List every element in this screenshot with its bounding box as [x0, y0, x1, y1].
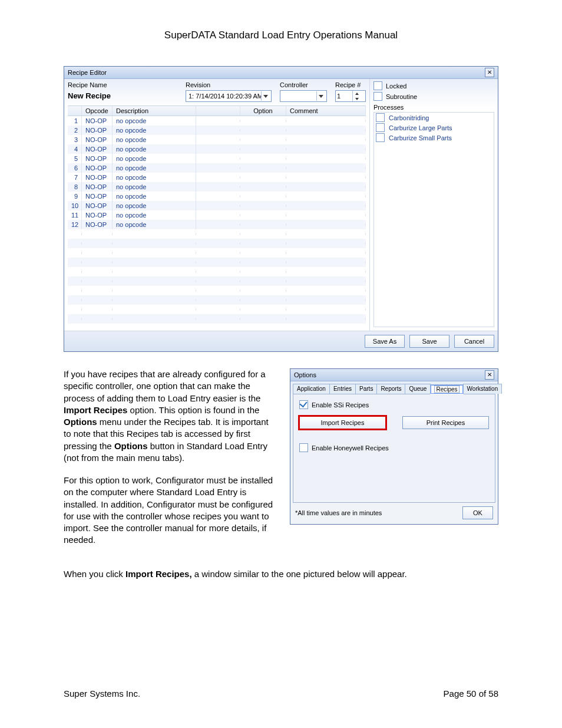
process-item[interactable]: Carburize Large Parts: [374, 123, 494, 133]
footer-company: Super Systems Inc.: [64, 689, 140, 699]
table-row: [68, 258, 366, 267]
recipe-name-label: Recipe Name: [68, 81, 177, 88]
close-icon[interactable]: ✕: [485, 370, 494, 380]
table-row: [68, 248, 366, 258]
cancel-button[interactable]: Cancel: [454, 335, 494, 348]
table-row: [68, 286, 366, 295]
enable-ssi-checkbox[interactable]: Enable SSi Recipes: [299, 400, 489, 409]
tab-application[interactable]: Application: [293, 384, 330, 394]
import-recipes-button[interactable]: Import Recipes: [299, 416, 386, 429]
revision-dropdown[interactable]: 1: 7/14/2014 10:20:39 AM: [186, 90, 272, 102]
recipe-editor-window: Recipe Editor ✕ Recipe Name New Recipe R…: [64, 66, 498, 352]
table-row: [68, 229, 366, 239]
recipe-num-input[interactable]: [336, 93, 352, 100]
tab-recipes[interactable]: Recipes: [430, 384, 463, 394]
table-row: [68, 295, 366, 305]
col-comment: Comment: [286, 106, 366, 116]
close-icon[interactable]: ✕: [485, 68, 494, 77]
recipe-editor-title: Recipe Editor: [68, 69, 107, 76]
table-row: [68, 305, 366, 314]
chevron-down-icon[interactable]: [353, 96, 361, 101]
tab-queue[interactable]: Queue: [405, 384, 431, 394]
processes-label: Processes: [373, 104, 494, 111]
table-row[interactable]: 6NO-OPno opcode: [68, 163, 366, 173]
table-row[interactable]: 9NO-OPno opcode: [68, 192, 366, 201]
save-as-button[interactable]: Save As: [365, 335, 405, 348]
table-row[interactable]: 7NO-OPno opcode: [68, 173, 366, 182]
table-row[interactable]: 4NO-OPno opcode: [68, 144, 366, 154]
recipe-name-value: New Recipe: [68, 90, 177, 104]
enable-ssi-label: Enable SSi Recipes: [312, 401, 369, 409]
table-row: [68, 276, 366, 286]
recipe-num-label: Recipe #: [335, 81, 366, 88]
ok-button[interactable]: OK: [462, 506, 493, 519]
col-opcode: Opcode: [82, 106, 113, 116]
table-row[interactable]: 8NO-OPno opcode: [68, 182, 366, 192]
options-title: Options: [294, 371, 316, 378]
col-description: Description: [113, 106, 196, 116]
process-item[interactable]: Carbonitriding: [374, 113, 494, 123]
tab-parts[interactable]: Parts: [355, 384, 377, 394]
body-text: If you have recipes that are already con…: [64, 368, 278, 557]
table-row: [68, 239, 366, 248]
table-row[interactable]: 5NO-OPno opcode: [68, 154, 366, 163]
options-note: *All time values are in minutes: [295, 509, 382, 516]
table-row[interactable]: 3NO-OPno opcode: [68, 135, 366, 144]
body-text-2: When you click Import Recipes, a window …: [64, 569, 498, 579]
recipe-num-spinner[interactable]: [335, 90, 366, 102]
controller-dropdown[interactable]: [280, 90, 327, 102]
subroutine-checkbox[interactable]: Subroutine: [373, 92, 494, 101]
locked-label: Locked: [386, 83, 406, 90]
locked-checkbox[interactable]: Locked: [373, 81, 494, 90]
chevron-down-icon[interactable]: [316, 91, 325, 101]
controller-label: Controller: [280, 81, 327, 88]
subroutine-label: Subroutine: [386, 93, 417, 100]
tab-reports[interactable]: Reports: [376, 384, 405, 394]
enable-honeywell-checkbox[interactable]: Enable Honeywell Recipes: [299, 443, 489, 452]
col-option: Option: [240, 106, 286, 116]
options-dialog: Options ✕ ApplicationEntriesPartsReports…: [290, 368, 498, 525]
revision-label: Revision: [186, 81, 272, 88]
save-button[interactable]: Save: [409, 335, 449, 348]
tab-entries[interactable]: Entries: [329, 384, 356, 394]
table-row[interactable]: 10NO-OPno opcode: [68, 201, 366, 210]
table-row[interactable]: 2NO-OPno opcode: [68, 126, 366, 135]
chevron-down-icon[interactable]: [261, 91, 270, 101]
doc-header: SuperDATA Standard Load Entry Operations…: [64, 29, 498, 41]
table-row: [68, 267, 366, 276]
table-row: [68, 324, 366, 327]
table-row[interactable]: 1NO-OPno opcode: [68, 116, 366, 126]
table-row[interactable]: 12NO-OPno opcode: [68, 220, 366, 229]
tab-workstation[interactable]: Workstation: [463, 384, 503, 394]
table-row: [68, 314, 366, 324]
print-recipes-button[interactable]: Print Recipes: [402, 416, 489, 429]
chevron-up-icon[interactable]: [353, 91, 361, 96]
processes-list: CarbonitridingCarburize Large PartsCarbu…: [373, 112, 494, 327]
enable-honeywell-label: Enable Honeywell Recipes: [312, 444, 389, 452]
footer-page: Page 50 of 58: [444, 689, 498, 699]
table-row[interactable]: 11NO-OPno opcode: [68, 210, 366, 220]
revision-value: 1: 7/14/2014 10:20:39 AM: [189, 93, 261, 100]
opcode-grid: Opcode Description Option Comment 1NO-OP…: [68, 106, 366, 327]
process-item[interactable]: Carburize Small Parts: [374, 133, 494, 143]
